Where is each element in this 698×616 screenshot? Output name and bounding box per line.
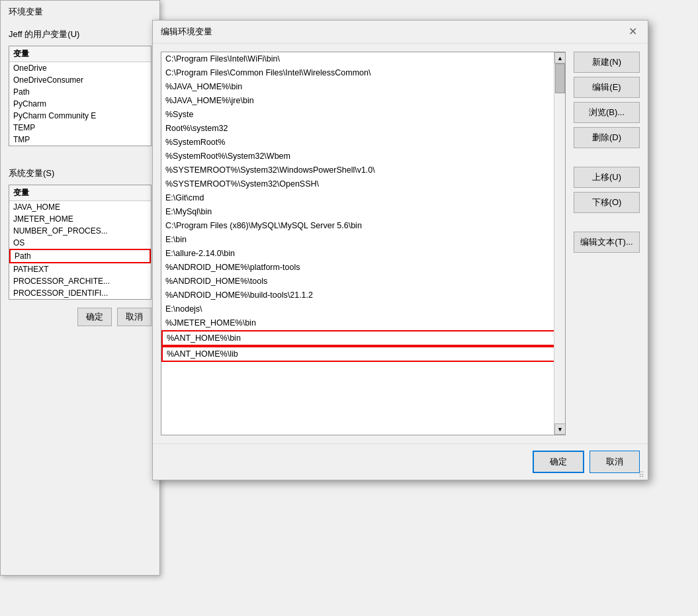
main-confirm-button[interactable]: 确定 [533, 451, 584, 473]
path-item-0[interactable]: C:\Program Files\Intel\WiFi\bin\ [161, 52, 565, 66]
path-item-1[interactable]: C:\Program Files\Common Files\Intel\Wire… [161, 66, 565, 80]
sys-var-jmeter-home[interactable]: JMETER_HOME [9, 213, 151, 225]
path-item-9[interactable]: %SYSTEMROOT%\System32\OpenSSH\ [161, 177, 565, 191]
scroll-track [554, 64, 566, 423]
bg-dialog-title-bar: 环境变量 [1, 1, 159, 23]
edit-text-button[interactable]: 编辑文本(T)... [574, 232, 640, 253]
user-vars-table: 变量 OneDrive OneDriveConsumer Path PyChar… [9, 46, 152, 146]
path-item-5[interactable]: Root%\system32 [161, 122, 565, 136]
bg-dialog-title: 环境变量 [9, 7, 43, 17]
main-dialog-close-button[interactable]: ✕ [626, 26, 640, 37]
user-var-onedrive[interactable]: OneDrive [9, 62, 151, 74]
sys-var-proc-arch[interactable]: PROCESSOR_ARCHITE... [9, 275, 151, 287]
path-item-11[interactable]: E:\MySql\bin [161, 205, 565, 219]
env-vars-dialog: 环境变量 Jeff 的用户变量(U) 变量 OneDrive OneDriveC… [0, 0, 160, 576]
path-item-2[interactable]: %JAVA_HOME%\bin [161, 80, 565, 94]
path-item-10[interactable]: E:\Git\cmd [161, 191, 565, 205]
main-cancel-button[interactable]: 取消 [589, 451, 640, 473]
path-item-15[interactable]: %ANDROID_HOME%\platform-tools [161, 261, 565, 275]
user-var-onedriveconsumer[interactable]: OneDriveConsumer [9, 74, 151, 86]
user-var-pycharm-community[interactable]: PyCharm Community E [9, 110, 151, 122]
new-button[interactable]: 新建(N) [574, 52, 640, 73]
user-var-temp[interactable]: TEMP [9, 122, 151, 134]
system-vars-label: 系统变量(S) [1, 162, 159, 182]
bg-dialog-buttons: 确定 取消 [1, 302, 159, 331]
browse-button[interactable]: 浏览(B)... [574, 102, 640, 123]
path-item-16[interactable]: %ANDROID_HOME%\tools [161, 275, 565, 288]
move-down-button[interactable]: 下移(O) [574, 192, 640, 213]
bg-cancel-button[interactable]: 取消 [117, 308, 152, 326]
move-up-button[interactable]: 上移(U) [574, 167, 640, 188]
main-dialog-content: C:\Program Files\Intel\WiFi\bin\ C:\Prog… [153, 44, 648, 443]
system-vars-table: 变量 JAVA_HOME JMETER_HOME NUMBER_OF_PROCE… [9, 185, 152, 300]
path-item-14[interactable]: E:\allure-2.14.0\bin [161, 247, 565, 261]
sys-var-proc-id[interactable]: PROCESSOR_IDENTIFI... [9, 287, 151, 299]
path-item-7[interactable]: %SystemRoot%\System32\Wbem [161, 150, 565, 163]
system-vars-col-header: 变量 [9, 185, 151, 201]
path-item-21[interactable]: %ANT_HOME%\lib [161, 346, 565, 362]
bg-confirm-button[interactable]: 确定 [77, 308, 112, 326]
user-vars-label: Jeff 的用户变量(U) [1, 23, 159, 43]
user-var-path[interactable]: Path [9, 86, 151, 98]
spacer2 [574, 217, 640, 228]
sys-var-num-procs[interactable]: NUMBER_OF_PROCES... [9, 225, 151, 237]
path-item-19[interactable]: %JMETER_HOME%\bin [161, 316, 565, 330]
scroll-up-arrow[interactable]: ▲ [554, 52, 566, 64]
path-item-18[interactable]: E:\nodejs\ [161, 302, 565, 316]
sys-var-java-home[interactable]: JAVA_HOME [9, 201, 151, 213]
main-dialog-bottom-buttons: 确定 取消 [153, 443, 648, 480]
delete-button[interactable]: 删除(D) [574, 127, 640, 148]
path-item-3[interactable]: %JAVA_HOME%\jre\bin [161, 94, 565, 108]
path-item-6[interactable]: %SystemRoot% [161, 136, 565, 150]
user-var-pycharm[interactable]: PyCharm [9, 98, 151, 110]
scroll-thumb[interactable] [555, 64, 565, 93]
path-item-4[interactable]: %Syste [161, 108, 565, 122]
path-item-20[interactable]: %ANT_HOME%\bin [161, 330, 565, 346]
scrollbar[interactable]: ▲ ▼ [554, 52, 565, 435]
spacer [574, 152, 640, 163]
user-var-tmp[interactable]: TMP [9, 134, 151, 146]
user-vars-col-header: 变量 [9, 46, 151, 62]
sys-var-os[interactable]: OS [9, 237, 151, 249]
sys-var-pathext[interactable]: PATHEXT [9, 263, 151, 275]
path-list[interactable]: C:\Program Files\Intel\WiFi\bin\ C:\Prog… [161, 52, 566, 435]
path-item-12[interactable]: C:\Program Files (x86)\MySQL\MySQL Serve… [161, 219, 565, 233]
edit-button[interactable]: 编辑(E) [574, 77, 640, 98]
edit-env-dialog: 编辑环境变量 ✕ C:\Program Files\Intel\WiFi\bin… [152, 20, 648, 480]
sys-var-path[interactable]: Path [9, 249, 151, 263]
scroll-down-arrow[interactable]: ▼ [554, 423, 566, 435]
path-item-13[interactable]: E:\bin [161, 233, 565, 247]
side-buttons-panel: 新建(N) 编辑(E) 浏览(B)... 删除(D) 上移(U) 下移(O) 编… [574, 52, 640, 435]
path-item-17[interactable]: %ANDROID_HOME%\build-tools\21.1.2 [161, 288, 565, 302]
resize-handle[interactable]: ⠿ [638, 470, 646, 478]
main-dialog-title: 编辑环境变量 [161, 26, 212, 38]
main-dialog-title-bar: 编辑环境变量 ✕ [153, 21, 648, 44]
path-item-8[interactable]: %SYSTEMROOT%\System32\WindowsPowerShell\… [161, 163, 565, 177]
